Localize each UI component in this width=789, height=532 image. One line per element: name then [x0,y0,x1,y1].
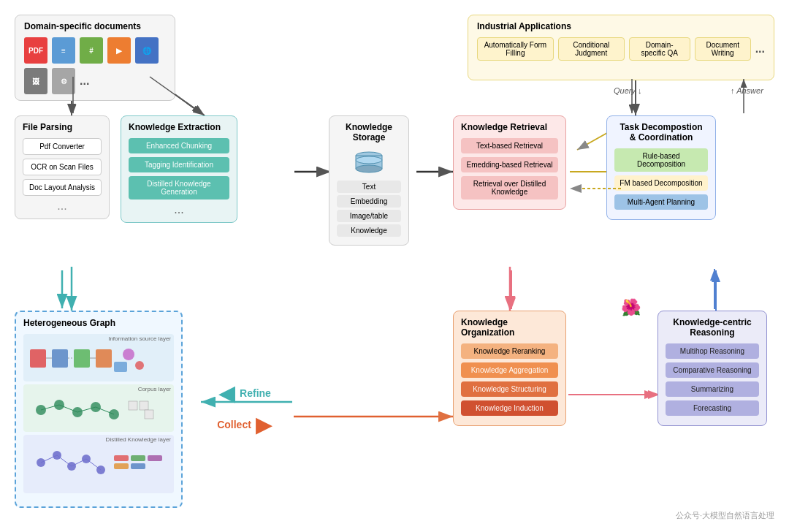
hg-layer-2-graph [26,394,172,427]
knowledge-centric-reasoning-box: Knowledge-centric Reasoning Multihop Rea… [658,311,767,426]
svg-rect-53 [148,455,162,461]
docs-ellipsis: ... [80,75,89,88]
refine-arrow-icon: ◀ [218,380,235,406]
ko-item-3: Knowledge Structuring [461,381,558,397]
diagram: Domain-specific documents PDF ≡ # ▶ 🌐 🖼 … [7,7,782,525]
td-title: Task Decompostion& Coordination [614,122,708,142]
svg-rect-23 [52,349,68,368]
svg-rect-52 [131,463,145,469]
kcr-item-4: Forecasting [666,400,759,416]
hg-layer-1-label: Information source layer [23,334,174,343]
industrial-item-2: Conditional Judgment [558,37,625,61]
industrial-item-3: Domain-specific QA [629,37,690,61]
database-icon [354,150,384,175]
svg-point-26 [123,349,134,360]
kcr-item-3: Summarizing [666,381,759,397]
ppt-icon: ▶ [107,37,131,64]
svg-point-21 [356,156,382,164]
ke-item-1: Enhanced Chunking [129,138,229,153]
knowledge-organization-box: Knowledge Organization Knowledge Reranki… [453,311,566,426]
doc-icons: PDF ≡ # ▶ 🌐 🖼 ⚙ ... [24,37,166,94]
kr-title: Knowledge Retrieval [461,122,558,132]
img-icon: 🖼 [24,68,47,94]
svg-rect-37 [129,401,137,410]
svg-rect-39 [145,410,153,419]
knowledge-extraction-box: Knowledge Extraction Enhanced Chunking T… [121,115,237,223]
hg-layer-3: Distilled Knowledge layer [23,435,174,493]
ke-title: Knowledge Extraction [129,122,229,132]
kcr-item-1: Multihop Reasoning [666,343,759,359]
hg-layer-2-label: Corpus layer [23,384,174,394]
ks-title: Knowledge Storage [337,122,401,142]
heterogeneous-graph-box: Heterogeneous Graph Information source l… [15,311,183,508]
industrial-title: Industrial Applications [477,21,765,31]
svg-rect-24 [74,349,90,368]
file-parsing-title: File Parsing [23,122,102,132]
svg-rect-50 [114,463,129,469]
kcr-item-2: Comparative Reasoning [666,362,759,378]
ke-ellipsis: ... [129,203,229,216]
web-icon: 🌐 [135,37,159,64]
answer-label: ↑ Answer [731,86,763,95]
ks-item-knowledge: Knowledge [337,224,401,237]
collect-arrow-icon: ▶ [256,411,272,437]
hg-layer-1-graph [26,343,172,376]
kr-item-2: Emedding-based Retrieval [461,157,558,172]
ke-item-2: Tagging Identification [129,157,229,172]
ko-item-2: Knowledge Aggregation [461,362,558,378]
ko-title: Knowledge Organization [461,317,558,338]
hg-layer-3-label: Distilled Knowledge layer [23,435,174,444]
industrial-item-1: Automatically Form Filling [477,37,554,61]
hg-layer-2: Corpus layer [23,384,174,432]
svg-rect-27 [114,362,127,372]
pdf-icon: PDF [24,37,47,64]
ks-item-image: Image/table [337,210,401,222]
gear-icon: ⚙ [52,68,75,94]
svg-point-20 [356,165,382,172]
hg-layer-1: Information source layer [23,334,174,381]
parse-ellipsis: ... [23,200,102,213]
kr-item-1: Text-based Retrieval [461,138,558,153]
td-item-1: Rule-based Decomposition [614,148,708,172]
td-item-3: Multi-Agent Planning [614,194,708,210]
industrial-item-4: Document Writing [695,37,751,61]
doc-icon: ≡ [52,37,75,64]
knowledge-storage-box: Knowledge Storage Text Embedding Image/t… [329,115,409,246]
domain-docs-box: Domain-specific documents PDF ≡ # ▶ 🌐 🖼 … [15,15,175,101]
watermark: 公众号·大模型自然语言处理 [676,510,774,521]
task-decomposition-box: Task Decompostion& Coordination Rule-bas… [606,115,716,220]
td-item-2: FM based Decomposition [614,175,708,191]
refine-label: Refine [240,387,271,399]
ke-item-3: Distilled Knowledge Generation [129,176,229,200]
ks-item-text: Text [337,180,401,193]
file-parsing-box: File Parsing Pdf Converter OCR on Scan F… [15,115,110,219]
brain-icon: 🌺 [621,298,641,317]
svg-rect-51 [131,455,145,461]
kr-item-3: Retrieval over Distilled Knowledge [461,176,558,200]
svg-rect-49 [114,455,129,461]
industrial-apps-box: Industrial Applications Automatically Fo… [468,15,774,80]
xls-icon: # [80,37,103,64]
query-label: Query ↓ [614,86,642,95]
ko-item-1: Knowledge Reranking [461,343,558,359]
svg-point-28 [135,361,144,370]
svg-rect-22 [30,349,46,368]
svg-line-55 [57,455,72,466]
svg-rect-25 [96,349,112,368]
ko-item-4: Knowledge Induction [461,400,558,416]
collect-label: Collect [217,419,251,430]
svg-rect-38 [140,401,148,410]
svg-line-57 [86,459,101,470]
domain-docs-title: Domain-specific documents [24,21,166,31]
parse-item-3: Doc Layout Analysis [23,179,102,196]
parse-item-1: Pdf Converter [23,138,102,155]
collect-arrow: Collect ▶ [217,411,272,437]
hg-title: Heterogeneous Graph [23,318,174,328]
ks-item-embedding: Embedding [337,195,401,208]
industrial-items: Automatically Form Filling Conditional J… [477,37,765,61]
knowledge-retrieval-box: Knowledge Retrieval Text-based Retrieval… [453,115,566,210]
refine-collect-area: ◀ Refine Collect ▶ [197,380,292,437]
hg-layer-3-graph [26,444,172,488]
refine-arrow: ◀ Refine [218,380,271,406]
industrial-ellipsis: ... [755,42,765,56]
